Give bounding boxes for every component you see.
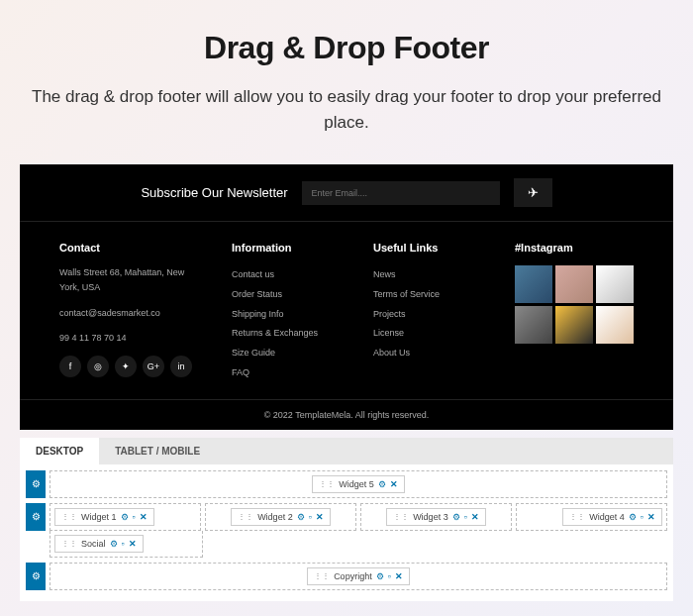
google-plus-icon[interactable]: G+	[143, 356, 164, 377]
contact-title: Contact	[59, 242, 192, 254]
footer-builder: DESKTOP TABLET / MOBILE ⚙ ⋮⋮Widget 5⚙✕ ⚙…	[20, 438, 673, 601]
info-link[interactable]: Order Status	[232, 285, 334, 305]
close-icon[interactable]: ✕	[316, 512, 324, 522]
contact-email: contact@sadesmarket.co	[59, 306, 192, 321]
widget-block[interactable]: ⋮⋮Copyright⚙▫✕	[307, 567, 410, 585]
row-settings-button[interactable]: ⚙	[26, 563, 46, 590]
drag-icon: ⋮⋮	[314, 571, 330, 580]
gear-icon[interactable]: ⚙	[452, 512, 460, 522]
useful-link[interactable]: News	[373, 265, 475, 285]
builder-cell[interactable]: ⋮⋮Widget 4⚙▫✕	[516, 503, 667, 531]
copy-icon[interactable]: ▫	[388, 571, 391, 581]
close-icon[interactable]: ✕	[471, 512, 479, 522]
tab-desktop[interactable]: DESKTOP	[20, 438, 99, 464]
drag-icon: ⋮⋮	[319, 479, 335, 488]
drag-icon: ⋮⋮	[569, 512, 585, 521]
instagram-thumb[interactable]	[515, 265, 552, 303]
instagram-title: #Instagram	[515, 242, 634, 254]
close-icon[interactable]: ✕	[647, 512, 655, 522]
page-title: Drag & Drop Footer	[20, 30, 673, 66]
close-icon[interactable]: ✕	[390, 479, 398, 489]
footer-col-contact: Contact Walls Street 68, Mahattan, New Y…	[59, 242, 192, 383]
copyright-text: © 2022 TemplateMela. All rights reserved…	[20, 399, 673, 430]
builder-row: ⋮⋮Social⚙▫✕	[26, 531, 667, 558]
drag-icon: ⋮⋮	[61, 539, 77, 548]
gear-icon: ⚙	[32, 570, 41, 581]
instagram-thumb[interactable]	[555, 265, 593, 303]
instagram-thumb[interactable]	[555, 306, 593, 344]
info-link[interactable]: Size Guide	[232, 344, 334, 363]
gear-icon[interactable]: ⚙	[378, 479, 386, 489]
gear-icon: ⚙	[32, 478, 41, 489]
newsletter-input[interactable]	[302, 181, 500, 205]
builder-row: ⚙ ⋮⋮Copyright⚙▫✕	[26, 563, 667, 590]
page-subtitle: The drag & drop footer will allow you to…	[20, 84, 673, 135]
instagram-icon[interactable]: ◎	[87, 356, 109, 377]
linkedin-icon[interactable]: in	[170, 356, 192, 377]
gear-icon[interactable]: ⚙	[297, 512, 305, 522]
useful-link[interactable]: Terms of Service	[373, 285, 475, 305]
footer-col-instagram: #Instagram	[515, 242, 634, 383]
widget-block[interactable]: ⋮⋮Widget 5⚙✕	[312, 475, 405, 493]
widget-block[interactable]: ⋮⋮Widget 3⚙▫✕	[386, 508, 486, 526]
info-link[interactable]: Shipping Info	[232, 305, 334, 325]
twitter-icon[interactable]: ✦	[115, 356, 137, 377]
copy-icon[interactable]: ▫	[309, 512, 312, 522]
widget-block[interactable]: ⋮⋮Widget 2⚙▫✕	[231, 508, 331, 526]
gear-icon[interactable]: ⚙	[629, 512, 637, 522]
copy-icon[interactable]: ▫	[464, 512, 467, 522]
instagram-thumb[interactable]	[596, 306, 634, 344]
instagram-thumb[interactable]	[515, 306, 552, 344]
widget-block[interactable]: ⋮⋮Widget 4⚙▫✕	[562, 508, 662, 526]
footer-col-information: Information Contact us Order Status Ship…	[232, 242, 334, 383]
info-link[interactable]: Returns & Exchanges	[232, 324, 334, 344]
close-icon[interactable]: ✕	[129, 539, 137, 549]
instagram-thumb[interactable]	[596, 265, 634, 303]
info-link[interactable]: Contact us	[232, 265, 334, 285]
contact-phone: 99 4 11 78 70 14	[59, 331, 192, 346]
builder-cell[interactable]: ⋮⋮Widget 2⚙▫✕	[205, 503, 356, 531]
copy-icon[interactable]: ▫	[641, 512, 644, 522]
gear-icon[interactable]: ⚙	[121, 512, 129, 522]
gear-icon: ⚙	[32, 511, 41, 522]
copy-icon[interactable]: ▫	[122, 539, 125, 549]
builder-row: ⚙ ⋮⋮Widget 1⚙▫✕ ⋮⋮Widget 2⚙▫✕ ⋮⋮Widget 3…	[26, 503, 667, 531]
builder-cell[interactable]: ⋮⋮Widget 5⚙✕	[50, 470, 667, 498]
device-tabs: DESKTOP TABLET / MOBILE	[20, 438, 673, 464]
info-link[interactable]: FAQ	[232, 363, 334, 383]
drag-icon: ⋮⋮	[393, 512, 409, 521]
gear-icon[interactable]: ⚙	[376, 571, 384, 581]
useful-title: Useful Links	[373, 242, 475, 254]
builder-cell[interactable]: ⋮⋮Social⚙▫✕	[50, 531, 203, 558]
copy-icon[interactable]: ▫	[133, 512, 136, 522]
builder-cell[interactable]: ⋮⋮Copyright⚙▫✕	[50, 563, 667, 590]
widget-block[interactable]: ⋮⋮Widget 1⚙▫✕	[54, 508, 154, 526]
builder-cell[interactable]: ⋮⋮Widget 3⚙▫✕	[360, 503, 512, 531]
useful-link[interactable]: Projects	[373, 305, 475, 325]
newsletter-title: Subscribe Our Newsletter	[141, 185, 287, 200]
row-settings-button[interactable]: ⚙	[26, 470, 46, 498]
tab-tablet-mobile[interactable]: TABLET / MOBILE	[99, 438, 216, 464]
widget-block[interactable]: ⋮⋮Social⚙▫✕	[54, 535, 144, 553]
newsletter-submit[interactable]: ✈	[514, 178, 552, 207]
footer-col-useful: Useful Links News Terms of Service Proje…	[373, 242, 475, 383]
close-icon[interactable]: ✕	[395, 571, 403, 581]
row-settings-button[interactable]: ⚙	[26, 503, 46, 531]
contact-address: Walls Street 68, Mahattan, New York, USA	[59, 265, 192, 296]
drag-icon: ⋮⋮	[238, 512, 253, 521]
builder-cell[interactable]: ⋮⋮Widget 1⚙▫✕	[50, 503, 201, 531]
builder-row: ⚙ ⋮⋮Widget 5⚙✕	[26, 470, 667, 498]
drag-icon: ⋮⋮	[61, 512, 77, 521]
facebook-icon[interactable]: f	[59, 356, 81, 377]
newsletter-bar: Subscribe Our Newsletter ✈	[20, 164, 673, 222]
useful-link[interactable]: About Us	[373, 344, 475, 363]
gear-icon[interactable]: ⚙	[110, 539, 118, 549]
send-icon: ✈	[528, 185, 539, 200]
close-icon[interactable]: ✕	[140, 512, 148, 522]
useful-link[interactable]: License	[373, 324, 475, 344]
footer-preview: Subscribe Our Newsletter ✈ Contact Walls…	[20, 164, 673, 430]
info-title: Information	[232, 242, 334, 254]
